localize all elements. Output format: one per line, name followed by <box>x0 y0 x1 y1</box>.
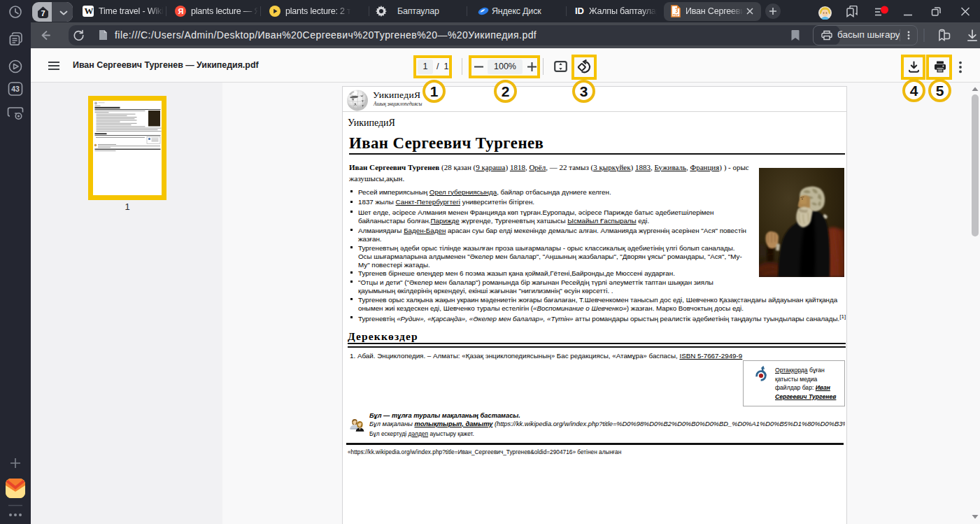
svg-text:PDF: PDF <box>673 13 679 17</box>
svg-text:43: 43 <box>11 85 20 93</box>
svg-text:7: 7 <box>41 9 45 17</box>
